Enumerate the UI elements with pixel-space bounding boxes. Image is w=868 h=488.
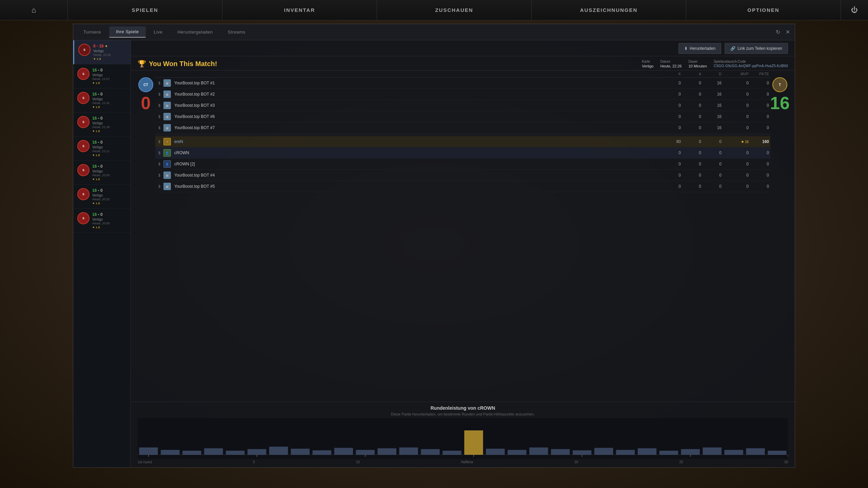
- match-list-item[interactable]: S 16 - 0 Vertigo Heute, 21:11 ✦ x 8: [73, 137, 131, 161]
- match-info: 16 - 0 Vertigo Heute, 20:32 ✦ x 8: [92, 188, 126, 205]
- player-row: $ 🤖 YourBoost.top BOT #7 0 0 16 0 0: [155, 122, 770, 134]
- svg-rect-24: [616, 450, 635, 455]
- match-list-item[interactable]: S 0 - 16 ✦ Vertigo Heute, 22:26 ✦ x 9: [73, 40, 131, 64]
- score-left: 0: [141, 94, 151, 112]
- player-avatar: 🤖: [163, 124, 171, 131]
- nav-spielen[interactable]: SPIELEN: [68, 0, 222, 20]
- player-avatar: 🤖: [163, 113, 171, 120]
- download-icon: ⬇: [684, 46, 688, 51]
- player-row: $ 🤖 YourBoost.top BOT #1 0 0 16 0 0: [155, 78, 770, 89]
- svg-rect-16: [442, 451, 461, 455]
- home-icon: ⌂: [32, 6, 36, 15]
- match-score: 16 - 0: [92, 212, 126, 217]
- nav-optionen[interactable]: OPTIONEN: [686, 0, 841, 20]
- performance-subtitle: Diese Partie herunterladen, um bestimmte…: [138, 412, 788, 416]
- svg-rect-17: [464, 430, 483, 455]
- svg-rect-19: [508, 450, 526, 455]
- svg-rect-28: [703, 447, 722, 455]
- player-avatar: 🤖: [163, 90, 171, 98]
- chart-label-1st: 1st round: [138, 460, 152, 464]
- match-score: 16 - 0: [92, 116, 126, 121]
- player-row: $ 🤖 YourBoost.top BOT #3 0 0 16 0 0: [155, 100, 770, 111]
- svg-rect-30: [746, 448, 765, 455]
- match-icon: S: [77, 92, 90, 104]
- match-icon: S: [77, 140, 90, 152]
- svg-rect-12: [356, 450, 375, 455]
- score-right-area: T 16: [770, 70, 789, 398]
- nav-home-button[interactable]: ⌂: [0, 0, 68, 20]
- svg-rect-25: [638, 448, 656, 455]
- match-list-item[interactable]: S 16 - 0 Vertigo Heute, 21:42 ✦ x 8: [73, 88, 131, 113]
- player-row: $ 👤 cROWN 0 0 0 0 0: [155, 147, 770, 159]
- match-map: Vertigo: [93, 49, 126, 53]
- match-icon: S: [77, 188, 90, 200]
- player-row: $ 🤖 YourBoost.top BOT #4 0 0 0 0 0: [155, 170, 770, 181]
- match-map: Vertigo: [92, 121, 126, 125]
- team-ct-logo: CT: [138, 77, 153, 92]
- match-list-item[interactable]: S 16 - 0 Vertigo Heute, 21:28 ✦ x 8: [73, 113, 131, 137]
- chart-area: 1st round 5 10 Halftime 20 25 30: [131, 418, 795, 467]
- match-list-item[interactable]: S 16 - 0 Vertigo Heute, 21:57 ✦ x 8: [73, 64, 131, 88]
- player-row: $ 🤖 YourBoost.top BOT #5 0 0 0 0 0: [155, 181, 770, 192]
- match-score: 16 - 0: [92, 92, 126, 97]
- nav-bar: ⌂ SPIELEN INVENTAR ZUSCHAUEN AUSZEICHNUN…: [0, 0, 868, 20]
- score-left-area: CT 0: [136, 70, 155, 398]
- close-button[interactable]: ✕: [784, 27, 791, 37]
- match-list-item[interactable]: S 16 - 0 Vertigo Heute, 20:09 ✦ x 8: [73, 209, 131, 233]
- refresh-button[interactable]: ↻: [774, 27, 782, 37]
- match-time: Heute, 21:28: [92, 125, 126, 129]
- svg-rect-15: [421, 449, 439, 455]
- svg-rect-7: [248, 449, 266, 455]
- player-avatar: 🤖: [163, 171, 171, 179]
- match-time: Heute, 21:57: [92, 77, 126, 81]
- match-list: S 0 - 16 ✦ Vertigo Heute, 22:26 ✦ x 9 S …: [73, 40, 131, 467]
- svg-rect-23: [594, 448, 613, 455]
- match-time: Heute, 20:50: [92, 174, 126, 177]
- match-icon: S: [77, 164, 90, 176]
- match-stars: ✦ x 8: [92, 202, 126, 205]
- player-row-self: $ ⚜ ereN 80 0 0 ★16 160: [155, 136, 770, 147]
- match-time: Heute, 21:42: [92, 101, 126, 105]
- svg-rect-2: [139, 447, 158, 455]
- meta-duration: Dauer 10 Minuten: [688, 60, 707, 68]
- tab-live[interactable]: Live: [147, 27, 170, 37]
- match-time: Heute, 21:11: [92, 149, 126, 153]
- content-area: S 0 - 16 ✦ Vertigo Heute, 22:26 ✦ x 9 S …: [73, 40, 795, 467]
- win-title: 🏆 You Won This Match!: [138, 60, 217, 68]
- match-detail: ⬇ Herunterladen 🔗 Link zum Teilen kopier…: [131, 40, 795, 467]
- tab-ihre-spiele[interactable]: Ihre Spiele: [109, 26, 146, 38]
- nav-inventar[interactable]: INVENTAR: [222, 0, 377, 20]
- match-score: 16 - 0: [92, 164, 126, 169]
- svg-rect-22: [573, 450, 591, 455]
- table-header: K A D MVP PKTE: [155, 70, 770, 78]
- score-right: 16: [770, 94, 790, 112]
- svg-rect-4: [182, 451, 201, 455]
- match-score: 16 - 0: [92, 188, 126, 193]
- nav-auszeichnungen[interactable]: AUSZEICHNUNGEN: [532, 0, 686, 20]
- tab-heruntergeladen[interactable]: Heruntergeladen: [171, 27, 219, 37]
- tab-streams[interactable]: Streams: [221, 27, 252, 37]
- match-icon: S: [77, 212, 90, 224]
- player-tables: K A D MVP PKTE $ 🤖 YourBoost.top BOT #1 …: [155, 70, 770, 398]
- chart-svg: [138, 418, 788, 459]
- tab-turniere[interactable]: Turniere: [77, 27, 108, 37]
- match-icon: S: [78, 44, 91, 56]
- chart-labels: 1st round 5 10 Halftime 20 25 30: [138, 460, 788, 464]
- match-map: Vertigo: [92, 145, 126, 149]
- nav-zuschauen[interactable]: ZUSCHAUEN: [377, 0, 532, 20]
- meta-map: Karte Vertigo: [642, 60, 653, 68]
- power-button[interactable]: ⏻: [841, 0, 868, 20]
- match-stars: ✦ x 8: [92, 154, 126, 157]
- match-info: 16 - 0 Vertigo Heute, 20:50 ✦ x 8: [92, 164, 126, 181]
- match-summary-row: 🏆 You Won This Match! Karte Vertigo Datu…: [131, 56, 795, 70]
- player-row: $ 🤖 YourBoost.top BOT #6 0 0 16 0 0: [155, 111, 770, 122]
- match-info: 16 - 0 Vertigo Heute, 21:57 ✦ x 8: [92, 68, 126, 85]
- copy-link-button[interactable]: 🔗 Link zum Teilen kopieren: [725, 43, 788, 54]
- trophy-icon: 🏆: [138, 60, 146, 68]
- chart-label-30: 30: [784, 460, 788, 464]
- svg-rect-11: [334, 448, 353, 455]
- download-button[interactable]: ⬇ Herunterladen: [678, 43, 721, 54]
- match-list-item[interactable]: S 16 - 0 Vertigo Heute, 20:32 ✦ x 8: [73, 185, 131, 209]
- svg-rect-20: [529, 447, 548, 455]
- match-list-item[interactable]: S 16 - 0 Vertigo Heute, 20:50 ✦ x 8: [73, 161, 131, 185]
